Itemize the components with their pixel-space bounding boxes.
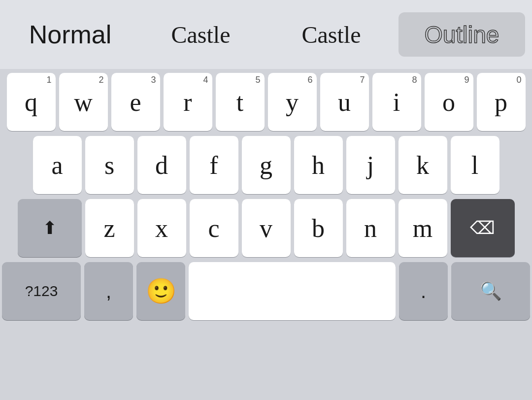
key-period[interactable]: . bbox=[399, 262, 448, 320]
key-numbers-label: ?123 bbox=[25, 283, 58, 300]
font-tab-castle2[interactable]: Castle bbox=[268, 12, 395, 57]
key-shift[interactable]: ⬆ bbox=[18, 199, 82, 257]
key-s[interactable]: s bbox=[85, 136, 134, 194]
key-comma[interactable]: , bbox=[84, 262, 133, 320]
key-y-char: y bbox=[286, 88, 299, 117]
key-c[interactable]: c bbox=[190, 199, 238, 257]
font-tab-outline[interactable]: Outline bbox=[399, 12, 525, 57]
font-style-bar: Normal Castle Castle Outline bbox=[0, 0, 532, 69]
font-tab-normal[interactable]: Normal bbox=[7, 12, 133, 57]
key-i-num: 8 bbox=[412, 75, 417, 85]
key-n[interactable]: n bbox=[346, 199, 395, 257]
font-tab-outline-label: Outline bbox=[424, 21, 499, 48]
key-f[interactable]: f bbox=[190, 136, 238, 194]
keyboard-row-2: a s d f g h j k l bbox=[2, 136, 530, 194]
key-w-char: w bbox=[74, 88, 93, 117]
key-n-char: n bbox=[364, 214, 377, 243]
key-k[interactable]: k bbox=[399, 136, 447, 194]
font-tab-castle2-label: Castle bbox=[302, 21, 361, 48]
key-u-char: u bbox=[338, 88, 351, 117]
keyboard: 1 q 2 w 3 e 4 r 5 t 6 y 7 u 8 i bbox=[0, 69, 532, 327]
key-m-char: m bbox=[413, 214, 432, 243]
key-o-num: 9 bbox=[464, 75, 469, 85]
keyboard-row-4: ?123 , 🙂 . 🔍 bbox=[2, 262, 530, 320]
key-x[interactable]: x bbox=[137, 199, 186, 257]
key-b[interactable]: b bbox=[294, 199, 343, 257]
key-o[interactable]: 9 o bbox=[425, 73, 473, 131]
key-p-num: 0 bbox=[516, 75, 521, 85]
key-i-char: i bbox=[393, 88, 400, 117]
font-tab-normal-label: Normal bbox=[29, 20, 112, 49]
key-t[interactable]: 5 t bbox=[216, 73, 265, 131]
key-s-char: s bbox=[104, 151, 114, 180]
key-k-char: k bbox=[416, 151, 429, 180]
font-tab-castle1[interactable]: Castle bbox=[137, 12, 264, 57]
key-j-char: j bbox=[367, 151, 374, 180]
key-v[interactable]: v bbox=[242, 199, 291, 257]
key-u-num: 7 bbox=[360, 75, 365, 85]
key-q-char: q bbox=[25, 88, 37, 117]
key-r-char: r bbox=[183, 88, 192, 117]
key-a[interactable]: a bbox=[33, 136, 82, 194]
key-r[interactable]: 4 r bbox=[164, 73, 212, 131]
key-d[interactable]: d bbox=[137, 136, 186, 194]
key-t-num: 5 bbox=[255, 75, 260, 85]
key-y-num: 6 bbox=[307, 75, 312, 85]
key-g[interactable]: g bbox=[242, 136, 291, 194]
key-period-char: . bbox=[421, 280, 426, 302]
key-b-char: b bbox=[312, 214, 325, 243]
key-z-char: z bbox=[103, 214, 115, 243]
key-u[interactable]: 7 u bbox=[320, 73, 369, 131]
key-h-char: h bbox=[312, 151, 325, 180]
key-i[interactable]: 8 i bbox=[372, 73, 421, 131]
key-q[interactable]: 1 q bbox=[7, 73, 56, 131]
keyboard-row-3: ⬆ z x c v b n m ⌫ bbox=[2, 199, 530, 257]
key-m[interactable]: m bbox=[399, 199, 447, 257]
key-d-char: d bbox=[155, 151, 168, 180]
key-h[interactable]: h bbox=[294, 136, 343, 194]
key-l[interactable]: l bbox=[451, 136, 499, 194]
key-p-char: p bbox=[495, 88, 507, 117]
key-y[interactable]: 6 y bbox=[268, 73, 317, 131]
key-p[interactable]: 0 p bbox=[477, 73, 526, 131]
key-z[interactable]: z bbox=[85, 199, 134, 257]
key-v-char: v bbox=[260, 214, 272, 243]
key-t-char: t bbox=[236, 88, 243, 117]
search-icon: 🔍 bbox=[480, 281, 502, 301]
keyboard-row-1: 1 q 2 w 3 e 4 r 5 t 6 y 7 u 8 i bbox=[2, 73, 530, 131]
key-o-char: o bbox=[442, 88, 455, 117]
key-f-char: f bbox=[209, 151, 218, 180]
key-e-char: e bbox=[130, 88, 141, 117]
key-x-char: x bbox=[155, 214, 168, 243]
emoji-icon: 🙂 bbox=[146, 277, 176, 305]
shift-icon: ⬆ bbox=[42, 218, 57, 238]
font-tab-castle1-label: Castle bbox=[171, 21, 231, 48]
backspace-icon: ⌫ bbox=[470, 218, 495, 238]
key-e-num: 3 bbox=[151, 75, 156, 85]
key-w[interactable]: 2 w bbox=[59, 73, 108, 131]
key-e[interactable]: 3 e bbox=[111, 73, 160, 131]
key-a-char: a bbox=[51, 151, 63, 180]
key-l-char: l bbox=[471, 151, 478, 180]
key-r-num: 4 bbox=[203, 75, 208, 85]
key-g-char: g bbox=[260, 151, 272, 180]
key-numbers[interactable]: ?123 bbox=[2, 262, 81, 320]
key-comma-char: , bbox=[106, 280, 111, 302]
key-space[interactable] bbox=[189, 262, 396, 320]
key-search[interactable]: 🔍 bbox=[451, 262, 530, 320]
key-j[interactable]: j bbox=[346, 136, 395, 194]
key-w-num: 2 bbox=[99, 75, 103, 85]
key-emoji[interactable]: 🙂 bbox=[136, 262, 185, 320]
key-c-char: c bbox=[208, 214, 219, 243]
key-q-num: 1 bbox=[46, 75, 51, 85]
key-backspace[interactable]: ⌫ bbox=[451, 199, 515, 257]
